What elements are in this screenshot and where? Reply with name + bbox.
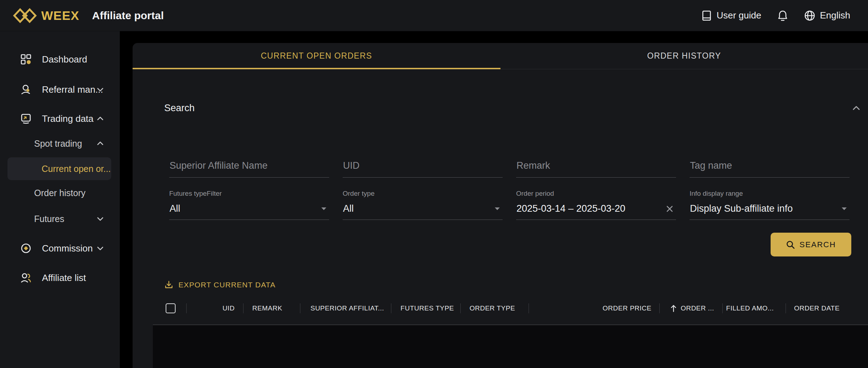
referral-person-icon — [21, 84, 31, 95]
sidebar-item-referral-management[interactable]: Referral man... — [0, 80, 120, 99]
column-header-order-type: ORDER TYPE — [470, 304, 515, 312]
column-separator — [722, 303, 723, 313]
column-header-superior-affiliate: SUPERIOR AFFILIAT... — [310, 304, 384, 312]
sidebar-item-spot-trading[interactable]: Spot trading — [0, 134, 120, 153]
clear-date-icon[interactable] — [665, 205, 674, 213]
column-separator — [186, 303, 187, 313]
chevron-down-icon — [96, 246, 104, 251]
tab-current-open-orders[interactable]: CURRENT OPEN ORDERS — [133, 43, 500, 69]
sidebar-item-futures[interactable]: Futures — [0, 209, 120, 229]
weex-logo-icon — [13, 7, 37, 24]
commission-icon — [21, 243, 31, 254]
column-separator — [659, 303, 660, 313]
affiliate-list-icon — [21, 272, 31, 283]
sidebar-item-label: Referral man... — [42, 84, 103, 95]
user-guide-button[interactable]: User guide — [701, 10, 761, 21]
sidebar-item-label: Trading data — [42, 113, 93, 124]
search-section-title: Search — [164, 103, 195, 114]
sidebar-item-affiliate-list[interactable]: Affiliate list — [0, 268, 120, 288]
sidebar-item-label: Affiliate list — [42, 272, 86, 283]
orders-table-header: UID REMARK SUPERIOR AFFILIAT... FUTURES … — [133, 298, 868, 319]
superior-affiliate-name-input[interactable] — [169, 160, 329, 178]
filter-label: Info display range — [690, 190, 850, 197]
sidebar-item-label: Futures — [34, 214, 64, 224]
notifications-button[interactable] — [777, 10, 788, 22]
field-superior-affiliate-name — [169, 160, 329, 178]
column-separator — [529, 303, 529, 313]
chevron-up-icon — [96, 116, 104, 121]
book-icon — [701, 10, 712, 21]
field-uid — [343, 160, 503, 178]
caret-down-icon — [494, 207, 500, 211]
sidebar-item-dashboard[interactable]: Dashboard — [0, 49, 120, 69]
globe-icon — [804, 10, 815, 21]
uid-input[interactable] — [343, 160, 503, 178]
chevron-down-icon — [96, 216, 104, 221]
topbar-actions: User guide English — [701, 10, 850, 22]
affiliate-portal-app: WEEX Affiliate portal User guide — [0, 0, 868, 368]
chevron-down-icon — [96, 87, 104, 92]
column-separator — [391, 303, 391, 313]
filter-order-type: Order type All — [343, 190, 503, 220]
main-panel: CURRENT OPEN ORDERS ORDER HISTORY Search… — [133, 43, 868, 368]
sidebar-item-label: Commission — [42, 243, 93, 254]
select-all-checkbox[interactable] — [166, 303, 176, 313]
sidebar-item-commission[interactable]: Commission — [0, 238, 120, 258]
caret-down-icon — [841, 207, 847, 211]
orders-table-body-empty — [153, 325, 868, 368]
collapse-search-button[interactable] — [851, 103, 862, 113]
sidebar-item-current-open-orders[interactable]: Current open or... — [7, 157, 111, 180]
chevron-up-icon — [96, 141, 104, 146]
sidebar-item-label: Spot trading — [34, 139, 82, 149]
search-button-label: SEARCH — [799, 240, 836, 249]
brand-name: WEEX — [41, 9, 79, 23]
order-period-datepicker[interactable]: 2025-03-14 – 2025-03-20 — [516, 203, 676, 220]
tab-order-history[interactable]: ORDER HISTORY — [500, 43, 868, 69]
order-type-select[interactable]: All — [343, 203, 503, 220]
column-header-uid: UID — [223, 304, 235, 312]
column-header-label: ORDER ... — [681, 304, 714, 312]
selected-value: All — [343, 203, 354, 214]
topbar: WEEX Affiliate portal User guide — [0, 0, 868, 31]
sidebar-item-label: Dashboard — [42, 54, 87, 65]
bell-icon — [777, 10, 788, 22]
futures-type-select[interactable]: All — [169, 203, 329, 220]
remark-input[interactable] — [516, 160, 676, 178]
column-header-order-sortable[interactable]: ORDER ... — [670, 304, 714, 312]
filter-label: Order type — [343, 190, 503, 197]
filter-order-period: Order period 2025-03-14 – 2025-03-20 — [516, 190, 676, 220]
selected-value: Display Sub-affiliate info — [690, 203, 793, 214]
filter-info-display-range: Info display range Display Sub-affiliate… — [690, 190, 850, 220]
dashboard-icon — [21, 54, 31, 65]
column-header-order-date: ORDER DATE — [794, 304, 840, 312]
sidebar-item-trading-data[interactable]: Trading data — [0, 109, 120, 129]
page-title: Affiliate portal — [92, 10, 164, 22]
sidebar-item-label: Current open or... — [42, 164, 111, 174]
active-tab-underline — [133, 68, 500, 69]
column-header-order-price: ORDER PRICE — [602, 304, 651, 312]
sidebar: Dashboard Referral man... — [0, 31, 120, 368]
column-separator — [460, 303, 461, 313]
tag-name-input[interactable] — [690, 160, 850, 178]
info-display-range-select[interactable]: Display Sub-affiliate info — [690, 203, 850, 220]
date-range-value: 2025-03-14 – 2025-03-20 — [516, 203, 625, 214]
language-selector[interactable]: English — [804, 10, 850, 21]
brand-home-link[interactable]: WEEX Affiliate portal — [13, 7, 164, 24]
export-current-data-button[interactable]: EXPORT CURRENT DATA — [164, 280, 275, 289]
filter-label: Order period — [516, 190, 676, 197]
column-header-remark: REMARK — [252, 304, 282, 312]
column-separator — [300, 303, 300, 313]
search-button[interactable]: SEARCH — [771, 233, 851, 256]
field-remark — [516, 160, 676, 178]
selected-value: All — [170, 203, 180, 214]
download-icon — [164, 280, 173, 289]
orders-tabbar: CURRENT OPEN ORDERS ORDER HISTORY — [133, 43, 868, 69]
search-icon — [786, 240, 795, 249]
filter-label: Futures typeFilter — [169, 190, 329, 197]
caret-down-icon — [321, 207, 327, 211]
sidebar-item-order-history[interactable]: Order history — [0, 183, 120, 203]
column-header-filled-amount: FILLED AMO... — [726, 304, 774, 312]
sidebar-item-label: Order history — [34, 188, 85, 198]
language-label: English — [820, 10, 850, 21]
field-tag-name — [690, 160, 850, 178]
